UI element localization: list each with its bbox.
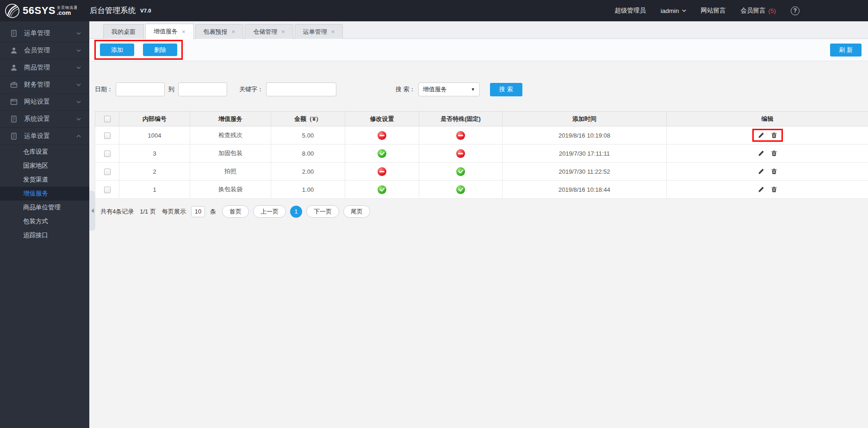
- tab-close-icon[interactable]: ×: [281, 28, 285, 35]
- status-no-icon[interactable]: [378, 167, 386, 176]
- website-icon: [10, 98, 18, 106]
- sidebar-item-member-management[interactable]: 会员管理: [0, 42, 89, 59]
- next-page-button[interactable]: 下一页: [306, 205, 339, 218]
- tab-close-icon[interactable]: ×: [182, 28, 186, 35]
- tab-package-forecast[interactable]: 包裹预报×: [195, 24, 244, 39]
- status-yes-icon[interactable]: [456, 167, 465, 176]
- cell-amount: 1.00: [271, 181, 345, 199]
- row-checkbox[interactable]: [104, 151, 111, 157]
- sidebar-subitem-shipping-channel[interactable]: 发货渠道: [0, 173, 89, 187]
- sidebar-item-system-settings[interactable]: 系统设置: [0, 111, 89, 128]
- help-icon[interactable]: ?: [791, 6, 800, 15]
- col-amount: 金额（¥）: [271, 112, 345, 126]
- search-button[interactable]: 搜 索: [490, 83, 522, 96]
- tab-warehouse-management[interactable]: 仓储管理×: [245, 24, 293, 39]
- cell-internal-id: 1: [119, 181, 190, 199]
- app-header: 56SYS 全景物流通 .com 后台管理系统 V7.0 超级管理员 iadmi…: [0, 0, 868, 21]
- sidebar-item-label: 网站设置: [24, 98, 50, 106]
- sidebar-subitem-label: 仓库设置: [23, 148, 48, 156]
- row-checkbox[interactable]: [104, 169, 111, 175]
- tab-my-desktop[interactable]: 我的桌面: [103, 24, 144, 39]
- select-all-checkbox[interactable]: [104, 116, 111, 122]
- sidebar-item-label: 会员管理: [24, 46, 50, 55]
- sidebar-item-finance-management[interactable]: 财务管理: [0, 76, 89, 94]
- sidebar-subitem-country-region[interactable]: 国家地区: [0, 159, 89, 173]
- date-to-input[interactable]: [178, 82, 227, 96]
- row-checkbox[interactable]: [104, 187, 111, 193]
- cell-service: 拍照: [190, 163, 271, 181]
- annotation-box-buttons: 添加 删除: [94, 40, 183, 60]
- edit-pencil-icon[interactable]: [758, 186, 764, 193]
- sidebar-subitem-value-added-service[interactable]: 增值服务: [0, 187, 89, 201]
- cell-added-time: 2019/7/30 11:22:52: [502, 163, 667, 181]
- cell-special: [419, 145, 502, 163]
- chevron-down-icon: [76, 66, 81, 69]
- logo-suffix: .com: [57, 10, 78, 16]
- first-page-button[interactable]: 首页: [222, 205, 249, 218]
- member-messages-link[interactable]: 会员留言 (5): [741, 6, 776, 15]
- chevron-up-icon: [76, 135, 81, 138]
- product-icon: [10, 64, 18, 71]
- tabbar: 我的桌面增值服务×包裹预报×仓储管理×运单管理×: [89, 21, 868, 39]
- user-menu[interactable]: iadmin: [661, 7, 686, 14]
- trash-icon[interactable]: [771, 150, 777, 157]
- logo: 56SYS 全景物流通 .com: [5, 3, 78, 19]
- row-checkbox[interactable]: [104, 132, 111, 139]
- trash-icon[interactable]: [771, 132, 777, 138]
- status-yes-icon[interactable]: [456, 185, 465, 194]
- tab-waybill-management[interactable]: 运单管理×: [295, 24, 343, 39]
- delete-button[interactable]: 删除: [143, 44, 177, 56]
- tab-close-icon[interactable]: ×: [232, 28, 236, 35]
- edit-pencil-icon[interactable]: [758, 168, 764, 175]
- sidebar-subitem-tracking-api[interactable]: 追踪接口: [0, 228, 89, 242]
- site-messages-link[interactable]: 网站留言: [701, 6, 726, 15]
- annotation-box-edit: [752, 129, 783, 142]
- trash-icon[interactable]: [771, 186, 777, 193]
- status-no-icon[interactable]: [378, 131, 386, 140]
- date-from-input[interactable]: [116, 82, 165, 96]
- trash-icon[interactable]: [771, 168, 777, 175]
- sidebar-item-waybill-management[interactable]: 运单管理: [0, 25, 89, 42]
- cell-special: [419, 126, 502, 145]
- total-records: 共有4条记录: [100, 208, 134, 216]
- date-to-label: 到: [168, 85, 174, 94]
- per-page-label: 每页展示: [162, 208, 186, 216]
- cell-amount: 2.00: [271, 163, 345, 181]
- tab-close-icon[interactable]: ×: [331, 28, 335, 35]
- edit-pencil-icon[interactable]: [758, 150, 764, 157]
- status-yes-icon[interactable]: [378, 185, 386, 194]
- refresh-button[interactable]: 刷 新: [830, 44, 862, 57]
- cell-service: 加固包装: [190, 145, 271, 163]
- tab-label: 我的桌面: [112, 28, 136, 36]
- search-type-select[interactable]: 增值服务 ▼: [418, 82, 480, 96]
- sidebar-item-product-management[interactable]: 商品管理: [0, 59, 89, 76]
- current-page-indicator[interactable]: 1: [290, 206, 302, 218]
- table-row: 3加固包装8.002019/7/30 17:11:11: [95, 145, 868, 163]
- cell-service: 换包装袋: [190, 181, 271, 199]
- keyword-input[interactable]: [266, 82, 336, 96]
- edit-pencil-icon[interactable]: [758, 132, 764, 138]
- tab-value-added-service[interactable]: 增值服务×: [145, 24, 194, 39]
- search-type-label: 搜 索：: [396, 85, 415, 94]
- prev-page-button[interactable]: 上一页: [253, 205, 286, 218]
- cell-modifiable: [345, 163, 419, 181]
- sidebar-collapse-handle[interactable]: [89, 191, 95, 231]
- sidebar-subitem-product-unit[interactable]: 商品单位管理: [0, 201, 89, 214]
- waybill-icon: [10, 30, 18, 37]
- status-no-icon[interactable]: [456, 131, 465, 140]
- sidebar-item-waybill-settings[interactable]: 运单设置: [0, 128, 89, 145]
- sidebar-item-label: 财务管理: [24, 81, 50, 89]
- status-no-icon[interactable]: [456, 149, 465, 158]
- per-page-input[interactable]: 10: [191, 206, 205, 217]
- sidebar-subitem-warehouse-settings[interactable]: 仓库设置: [0, 145, 89, 159]
- sidebar-subitem-packaging-method[interactable]: 包装方式: [0, 214, 89, 228]
- col-modifiable: 修改设置: [345, 112, 419, 126]
- last-page-button[interactable]: 尾页: [343, 205, 370, 218]
- status-yes-icon[interactable]: [378, 149, 386, 158]
- waybill-settings-icon: [10, 132, 18, 140]
- logo-swoosh-icon: [5, 3, 23, 19]
- add-button[interactable]: 添加: [100, 44, 134, 56]
- filter-bar: 日期： 到 关键字： 搜 索： 增值服务 ▼ 搜 索: [95, 82, 868, 96]
- cell-internal-id: 3: [119, 145, 190, 163]
- sidebar-item-website-settings[interactable]: 网站设置: [0, 94, 89, 111]
